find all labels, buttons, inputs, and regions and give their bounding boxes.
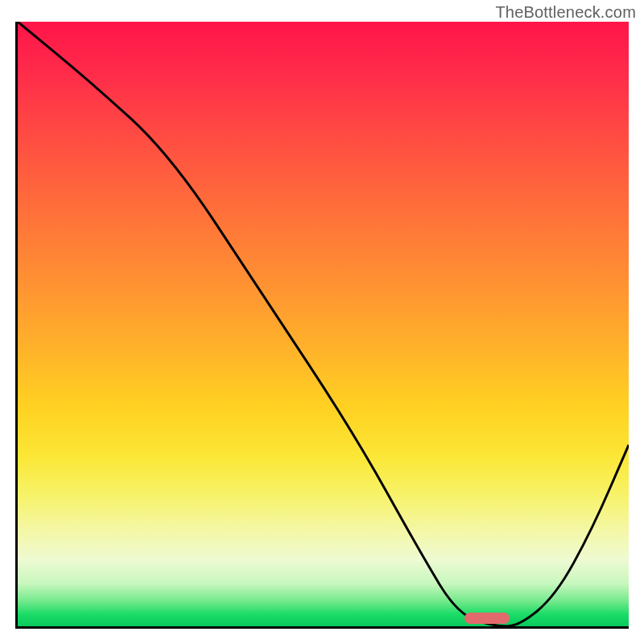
curve-path <box>18 22 629 626</box>
optimal-range-marker <box>464 613 510 624</box>
bottleneck-curve <box>18 22 629 626</box>
plot-area <box>15 22 629 629</box>
chart-stage: TheBottleneck.com <box>0 0 644 644</box>
watermark-text: TheBottleneck.com <box>495 3 636 22</box>
